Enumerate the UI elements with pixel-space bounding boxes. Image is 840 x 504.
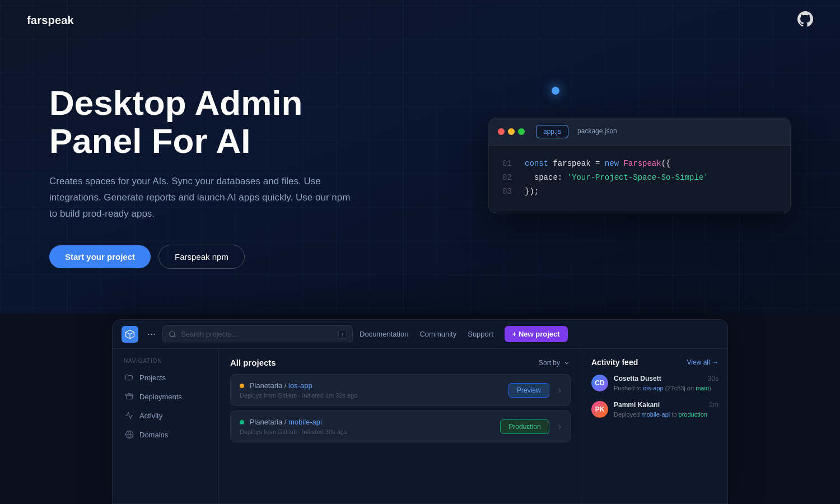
hero-title: Desktop Admin Panel For AI bbox=[49, 84, 396, 160]
code-line-1: 01 const farspeak = new Farspeak({ bbox=[502, 157, 777, 171]
activity-view-all[interactable]: View all → bbox=[687, 358, 718, 366]
dashboard-section: ··· Search projects... / Documentation C… bbox=[0, 319, 840, 504]
status-dot-yellow bbox=[240, 384, 244, 388]
window-dot-yellow bbox=[508, 128, 515, 135]
kw-string: 'Your-Project-Space-So-Simple' bbox=[567, 173, 708, 182]
activity-repo-2: mobile-api bbox=[642, 411, 670, 418]
sort-chevron-icon bbox=[563, 359, 571, 367]
kw-new: new bbox=[605, 159, 624, 168]
tab-app-js[interactable]: app.js bbox=[536, 125, 568, 138]
code-card-header: app.js package.json bbox=[489, 118, 790, 146]
search-shortcut: / bbox=[338, 330, 347, 339]
sidebar-projects-label: Projects bbox=[139, 374, 166, 382]
svg-rect-1 bbox=[125, 394, 133, 396]
new-project-button[interactable]: + New project bbox=[505, 326, 568, 342]
project-chevron-2[interactable]: › bbox=[558, 422, 561, 432]
circuit-dot-1 bbox=[552, 87, 559, 95]
kw-class: Farspeak bbox=[623, 159, 661, 168]
sidebar-nav-label: Navigation bbox=[119, 358, 212, 364]
project-chevron-1[interactable]: › bbox=[558, 385, 561, 395]
sidebar-activity-label: Activity bbox=[139, 412, 162, 420]
sort-by-control[interactable]: Sort by bbox=[539, 359, 571, 367]
github-link[interactable] bbox=[797, 11, 813, 29]
activity-content-2: Pammi Kakani 2m Deployed mobile-api to p… bbox=[614, 401, 718, 419]
folder-icon bbox=[125, 373, 134, 382]
sidebar-item-activity[interactable]: Activity bbox=[119, 407, 212, 424]
activity-time-2: 2m bbox=[709, 401, 718, 409]
dash-main: All projects Sort by Planetaria / ios-ap… bbox=[219, 349, 582, 503]
dash-logo bbox=[122, 326, 138, 343]
code-text-1: const farspeak = new Farspeak({ bbox=[525, 157, 670, 171]
code-card: app.js package.json 01 const farspeak = … bbox=[488, 118, 791, 213]
hero-content: Desktop Admin Panel For AI Creates space… bbox=[49, 84, 396, 269]
avatar-cosetta: CD bbox=[591, 375, 608, 391]
activity-item-1: CD Cosetta Dusett 30s Pushed to ios-app … bbox=[591, 375, 718, 393]
menu-icon[interactable]: ··· bbox=[147, 328, 156, 340]
nav-logo: farspeak bbox=[27, 14, 74, 27]
sidebar-item-domains[interactable]: Domains bbox=[119, 426, 212, 444]
dashboard-frame: ··· Search projects... / Documentation C… bbox=[112, 319, 728, 504]
window-dots bbox=[498, 128, 525, 135]
project-badge-preview[interactable]: Preview bbox=[508, 383, 549, 398]
activity-icon bbox=[125, 411, 134, 420]
code-text-3: }); bbox=[525, 185, 539, 199]
activity-content-1: Cosetta Dusett 30s Pushed to ios-app (27… bbox=[614, 375, 718, 393]
start-project-button[interactable]: Start your project bbox=[49, 245, 151, 268]
code-text-2: space: 'Your-Project-Space-So-Simple' bbox=[525, 171, 708, 185]
line-num-2: 02 bbox=[502, 171, 514, 185]
activity-person-1: Cosetta Dusett bbox=[614, 375, 661, 382]
activity-header: Activity feed View all → bbox=[591, 358, 718, 367]
activity-name-1: Cosetta Dusett 30s bbox=[614, 375, 718, 382]
window-dot-red bbox=[498, 128, 505, 135]
dash-nav-links: Documentation Community Support + New pr… bbox=[360, 326, 568, 342]
nav-community[interactable]: Community bbox=[419, 330, 456, 338]
dash-body: Navigation Projects Deployments Activity… bbox=[113, 349, 727, 503]
navbar: farspeak bbox=[0, 0, 840, 40]
project-meta-2: Deploys from GitHub · Initiated 30s ago bbox=[240, 428, 347, 435]
deployments-icon bbox=[125, 392, 134, 401]
project-info-2: Planetaria / mobile-api Deploys from Git… bbox=[240, 418, 347, 435]
activity-time-1: 30s bbox=[708, 375, 718, 382]
dash-activity-feed: Activity feed View all → CD Cosetta Duse… bbox=[582, 349, 727, 503]
activity-feed-title: Activity feed bbox=[591, 358, 638, 367]
project-info-1: Planetaria / ios-app Deploys from GitHub… bbox=[240, 381, 357, 399]
project-row-ios-app[interactable]: Planetaria / ios-app Deploys from GitHub… bbox=[230, 374, 571, 406]
dash-sidebar: Navigation Projects Deployments Activity… bbox=[113, 349, 219, 503]
domains-icon bbox=[125, 430, 134, 439]
nav-documentation[interactable]: Documentation bbox=[360, 330, 408, 338]
line-num-3: 03 bbox=[502, 185, 514, 199]
github-icon bbox=[797, 11, 813, 27]
window-dot-green bbox=[518, 128, 525, 135]
all-projects-title: All projects bbox=[230, 358, 276, 367]
kw-prop: space bbox=[534, 173, 558, 182]
activity-desc-2: Deployed mobile-api to production bbox=[614, 410, 718, 419]
activity-name-2: Pammi Kakani 2m bbox=[614, 401, 718, 409]
dash-search[interactable]: Search projects... / bbox=[162, 325, 353, 343]
code-tabs: app.js package.json bbox=[536, 125, 624, 138]
search-placeholder: Search projects... bbox=[181, 330, 237, 338]
project-row-mobile-api[interactable]: Planetaria / mobile-api Deploys from Git… bbox=[230, 410, 571, 442]
hero-buttons: Start your project Farspeak npm bbox=[49, 245, 396, 269]
line-num-1: 01 bbox=[502, 157, 514, 171]
sidebar-item-projects[interactable]: Projects bbox=[119, 368, 212, 386]
dash-topbar: ··· Search projects... / Documentation C… bbox=[113, 320, 727, 349]
project-path-2: Planetaria / mobile-api bbox=[240, 418, 347, 426]
tab-package-json[interactable]: package.json bbox=[571, 125, 624, 138]
dash-main-header: All projects Sort by bbox=[230, 358, 571, 367]
activity-branch-2: production bbox=[679, 411, 707, 418]
activity-desc-1: Pushed to ios-app (27c83j on main) bbox=[614, 384, 718, 393]
nav-support[interactable]: Support bbox=[468, 330, 493, 338]
farspeak-npm-button[interactable]: Farspeak npm bbox=[158, 245, 245, 269]
sidebar-item-deployments[interactable]: Deployments bbox=[119, 388, 212, 405]
hero-subtitle: Creates spaces for your AIs. Sync your d… bbox=[49, 174, 352, 222]
hero-section: Desktop Admin Panel For AI Creates space… bbox=[0, 0, 840, 314]
project-path-1: Planetaria / ios-app bbox=[240, 381, 357, 390]
activity-repo-1: ios-app bbox=[643, 385, 664, 391]
project-badge-production[interactable]: Production bbox=[500, 419, 549, 434]
dash-logo-icon bbox=[125, 329, 135, 339]
code-line-3: 03 }); bbox=[502, 185, 777, 199]
activity-item-2: PK Pammi Kakani 2m Deployed mobile-api t… bbox=[591, 401, 718, 419]
status-dot-green bbox=[240, 420, 244, 424]
project-name-1: ios-app bbox=[288, 381, 312, 390]
code-body: 01 const farspeak = new Farspeak({ 02 sp… bbox=[489, 146, 790, 213]
